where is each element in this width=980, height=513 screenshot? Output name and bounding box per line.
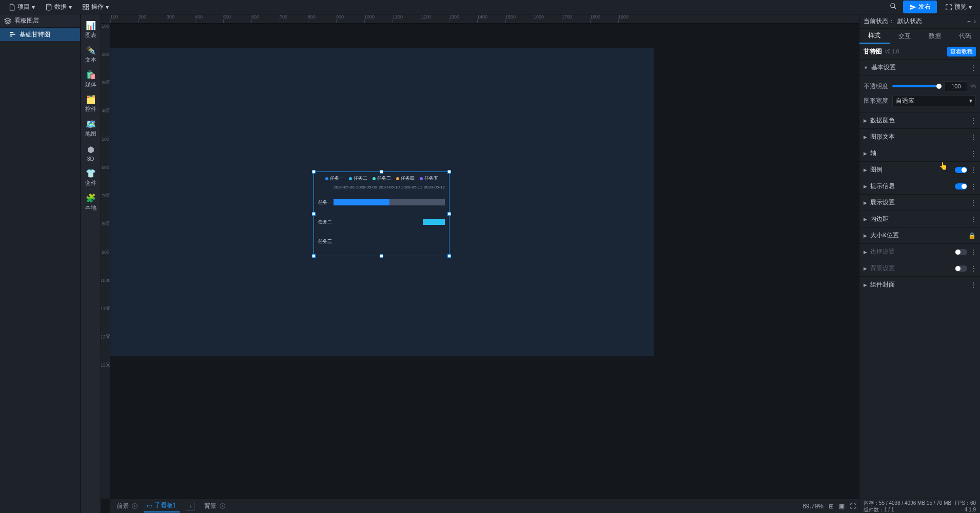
slider-thumb[interactable] xyxy=(936,84,942,89)
svg-rect-4 xyxy=(86,8,88,10)
more-icon[interactable]: ⋮ xyxy=(970,281,976,289)
svg-rect-1 xyxy=(83,4,85,6)
bottom-tab-bar: 前景+ ▭子看板1 + 背景+ 69.79% ⊞ ▣ ⛶ xyxy=(110,499,859,513)
section-cover[interactable]: ▶组件封面⋮ xyxy=(859,277,980,293)
section-axis[interactable]: ▶轴⋮ xyxy=(859,145,980,162)
component-title-row: 甘特图 v0.1.0 查看教程 xyxy=(859,44,980,60)
svg-point-5 xyxy=(891,4,895,8)
section-border[interactable]: ▶边框设置⋮ xyxy=(859,244,980,260)
opacity-slider[interactable] xyxy=(892,85,942,87)
tutorial-button[interactable]: 查看教程 xyxy=(947,47,976,56)
section-legend[interactable]: ▶图例⋮ xyxy=(859,162,980,178)
tab-code[interactable]: 代码 xyxy=(950,29,980,44)
publish-button[interactable]: 发布 xyxy=(903,1,937,13)
caret-right-icon: ▶ xyxy=(864,118,867,123)
search-icon xyxy=(890,3,897,10)
svg-rect-9 xyxy=(10,35,12,36)
property-tabs: 样式 交互 数据 代码 xyxy=(859,29,980,44)
more-icon[interactable]: ⋮ xyxy=(970,183,976,190)
border-toggle[interactable] xyxy=(955,249,967,255)
more-icon[interactable]: ⋮ xyxy=(970,117,976,124)
caret-right-icon: ▶ xyxy=(864,151,867,156)
section-bg[interactable]: ▶背景设置⋮ xyxy=(859,260,980,277)
iconbar-control[interactable]: 🗂️控件 xyxy=(81,91,101,116)
canvas-zone: 1002003004005006007008009001000110012001… xyxy=(101,14,859,513)
section-tooltip[interactable]: ▶提示信息⋮ xyxy=(859,178,980,195)
tab-subboard[interactable]: ▭子看板1 xyxy=(144,500,180,512)
section-sizepos[interactable]: ▶大小&位置🔒 xyxy=(859,227,980,244)
iconbar-media[interactable]: 🛍️媒体 xyxy=(81,67,101,91)
canvas-viewport[interactable]: 任务一任务二任务三任务四任务五 2020-05-082020-05-092020… xyxy=(110,24,859,499)
layers-icon xyxy=(4,17,11,25)
section-graphtext[interactable]: ▶图形文本⋮ xyxy=(859,129,980,145)
property-sections: ▼ 基本设置 ⋮ 不透明度 % 图形宽度 自适应 ▾ xyxy=(859,60,980,513)
board-icon: ▭ xyxy=(147,502,152,509)
operation-menu[interactable]: 操作 ▾ xyxy=(78,1,113,13)
status-bar: 内存：55 / 4038 / 4096 MB 15 / 70 MB FPS：60… xyxy=(859,499,980,513)
more-icon[interactable]: ⋮ xyxy=(970,199,976,206)
add-state-button[interactable]: + xyxy=(967,18,971,25)
search-button[interactable] xyxy=(888,1,899,13)
section-display[interactable]: ▶展示设置⋮ xyxy=(859,195,980,211)
text-icon: ✒️ xyxy=(86,45,96,55)
ruler-vertical[interactable]: 1002003004005006007008009001000110012001… xyxy=(101,24,110,499)
more-icon[interactable]: ⋮ xyxy=(970,64,976,71)
project-menu[interactable]: 项目 ▾ xyxy=(4,1,39,13)
lock-icon[interactable]: 🔒 xyxy=(968,232,976,239)
caret-right-icon: ▶ xyxy=(864,217,867,222)
more-icon[interactable]: ⋮ xyxy=(970,166,976,174)
gantt-dates: 2020-05-082020-05-092020-05-102020-05-11… xyxy=(318,185,445,189)
svg-point-0 xyxy=(46,4,51,6)
iconbar-chart[interactable]: 📊图表 xyxy=(81,17,101,42)
bottom-right-controls: 69.79% ⊞ ▣ ⛶ xyxy=(802,503,856,510)
more-icon[interactable]: ⋮ xyxy=(970,265,976,272)
fit-screen-icon[interactable]: ▣ xyxy=(839,503,845,510)
more-icon[interactable]: ⋮ xyxy=(970,150,976,157)
ruler-horizontal[interactable]: 1002003004005006007008009001000110012001… xyxy=(110,14,859,24)
preview-button[interactable]: 预览 ▾ xyxy=(941,1,976,13)
iconbar-kit[interactable]: 👕套件 xyxy=(81,165,101,190)
opacity-input[interactable] xyxy=(945,81,967,91)
section-padding[interactable]: ▶内边距⋮ xyxy=(859,211,980,227)
add-circle-icon[interactable]: + xyxy=(132,503,138,509)
tab-foreground[interactable]: 前景+ xyxy=(113,500,141,512)
iconbar-local[interactable]: 🧩本地 xyxy=(81,190,101,215)
fit-width-icon[interactable]: ⊞ xyxy=(829,503,834,510)
tooltip-toggle[interactable] xyxy=(955,183,967,189)
state-row: 当前状态： 默认状态 + › xyxy=(859,14,980,29)
tab-style[interactable]: 样式 xyxy=(859,29,890,44)
more-icon[interactable]: ⋮ xyxy=(970,216,976,223)
more-icon[interactable]: ⋮ xyxy=(970,134,976,141)
iconbar-text[interactable]: ✒️文本 xyxy=(81,42,101,67)
gantt-rows: 任务一任务二任务三 xyxy=(318,193,445,251)
section-datacolor[interactable]: ▶数据颜色⋮ xyxy=(859,112,980,129)
gantt-icon xyxy=(9,31,16,38)
top-left-group: 项目 ▾ 数据 ▾ 操作 ▾ xyxy=(4,1,113,13)
data-menu[interactable]: 数据 ▾ xyxy=(41,1,76,13)
iconbar-map[interactable]: 🗺️地图 xyxy=(81,116,101,141)
iconbar-3d[interactable]: ⬢3D xyxy=(81,141,101,165)
tab-interaction[interactable]: 交互 xyxy=(890,29,920,44)
add-tab-button[interactable]: + xyxy=(186,502,195,511)
selection-box[interactable]: 任务一任务二任务三任务四任务五 2020-05-082020-05-092020… xyxy=(313,172,449,256)
width-select[interactable]: 自适应 ▾ xyxy=(892,95,976,106)
svg-line-6 xyxy=(894,7,896,9)
chevron-down-icon: ▾ xyxy=(69,4,72,11)
layer-item-gantt[interactable]: 基础甘特图 xyxy=(0,28,80,41)
state-value: 默认状态 xyxy=(897,17,922,26)
bg-toggle[interactable] xyxy=(955,265,967,272)
legend-toggle[interactable] xyxy=(955,167,967,173)
actual-size-icon[interactable]: ⛶ xyxy=(850,503,856,510)
layer-item-label: 基础甘特图 xyxy=(19,30,50,39)
grid-icon xyxy=(82,4,89,11)
tab-background[interactable]: 背景+ xyxy=(201,500,228,512)
layer-panel-header[interactable]: 看板图层 xyxy=(0,14,80,28)
tab-data[interactable]: 数据 xyxy=(920,29,950,44)
top-right-group: 发布 预览 ▾ xyxy=(888,1,976,13)
operation-label: 操作 xyxy=(91,3,104,11)
add-circle-icon[interactable]: + xyxy=(220,503,225,509)
chevron-down-icon: ▾ xyxy=(969,97,972,104)
chevron-right-icon[interactable]: › xyxy=(974,18,976,25)
section-basic[interactable]: ▼ 基本设置 ⋮ xyxy=(859,60,980,76)
more-icon[interactable]: ⋮ xyxy=(970,249,976,256)
